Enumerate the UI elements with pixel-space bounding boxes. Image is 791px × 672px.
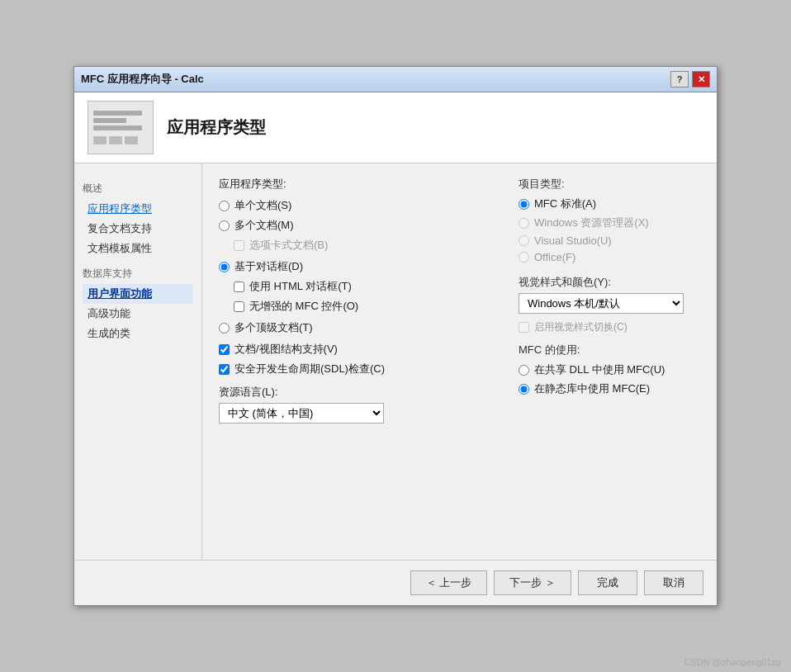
radio-dialog[interactable] bbox=[219, 262, 230, 272]
icon-dot-2 bbox=[109, 136, 122, 144]
chk-sdl[interactable] bbox=[219, 364, 230, 375]
radio-mfc-standard-item: MFC 标准(A) bbox=[519, 196, 700, 211]
icon-line-2 bbox=[93, 118, 126, 123]
resource-lang-label: 资源语言(L): bbox=[219, 385, 494, 400]
project-type-label: 项目类型: bbox=[519, 177, 700, 192]
sidebar-db-label: 数据库支持 bbox=[83, 267, 193, 281]
chk-tabbed-doc-label: 选项卡式文档(B) bbox=[249, 238, 328, 253]
sidebar-item-ui-features[interactable]: 用户界面功能 bbox=[83, 284, 193, 304]
prev-button[interactable]: ＜ 上一步 bbox=[410, 570, 488, 595]
help-button[interactable]: ? bbox=[670, 71, 689, 88]
vis-style-select[interactable]: Windows 本机/默认 bbox=[519, 293, 684, 314]
vis-style-label: 视觉样式和颜色(Y): bbox=[519, 275, 700, 290]
finish-button[interactable]: 完成 bbox=[578, 570, 637, 595]
sidebar: 概述 应用程序类型 复合文档支持 文档模板属性 数据库支持 用户界面功能 高级功… bbox=[74, 163, 202, 560]
app-type-group-label: 应用程序类型: bbox=[219, 177, 494, 192]
chk-doc-view-item: 文档/视图结构支持(V) bbox=[219, 342, 494, 357]
chk-no-mfc-ctrl-label: 无增强的 MFC 控件(O) bbox=[249, 299, 358, 314]
vis-style-row: 视觉样式和颜色(Y): Windows 本机/默认 bbox=[519, 275, 700, 314]
page-title: 应用程序类型 bbox=[167, 116, 266, 139]
chk-doc-view[interactable] bbox=[219, 344, 230, 355]
radio-windows-explorer-item: Windows 资源管理器(X) bbox=[519, 215, 700, 230]
two-column-layout: 应用程序类型: 单个文档(S) 多个文档(M) 选项卡式文档(B) bbox=[219, 177, 700, 424]
radio-multi-top[interactable] bbox=[219, 323, 230, 334]
radio-multi-doc-item: 多个文档(M) bbox=[219, 218, 494, 233]
title-bar: MFC 应用程序向导 - Calc ? ✕ bbox=[74, 67, 717, 92]
mfc-use-group: MFC 的使用: 在共享 DLL 中使用 MFC(U) 在静态库中使用 MFC(… bbox=[519, 343, 700, 396]
right-column: 项目类型: MFC 标准(A) Windows 资源管理器(X) Visual … bbox=[519, 177, 700, 424]
radio-mfc-standard-label: MFC 标准(A) bbox=[534, 196, 596, 211]
sidebar-item-advanced[interactable]: 高级功能 bbox=[83, 304, 193, 324]
sidebar-item-app-type[interactable]: 应用程序类型 bbox=[83, 199, 193, 219]
icon-line-3 bbox=[93, 125, 142, 130]
radio-shared-dll-label: 在共享 DLL 中使用 MFC(U) bbox=[534, 362, 665, 377]
radio-multi-top-item: 多个顶级文档(T) bbox=[219, 320, 494, 335]
chk-sdl-label: 安全开发生命周期(SDL)检查(C) bbox=[234, 362, 385, 376]
radio-static-lib-label: 在静态库中使用 MFC(E) bbox=[534, 381, 650, 396]
radio-office-label: Office(F) bbox=[534, 251, 575, 263]
footer: ＜ 上一步 下一步 ＞ 完成 取消 bbox=[74, 560, 717, 605]
sidebar-item-generated-classes[interactable]: 生成的类 bbox=[83, 324, 193, 343]
header-icon bbox=[88, 101, 154, 154]
header-section: 应用程序类型 bbox=[74, 92, 717, 163]
sidebar-overview-label: 概述 bbox=[83, 182, 193, 196]
chk-html-dialog[interactable] bbox=[234, 282, 244, 292]
main-window: MFC 应用程序向导 - Calc ? ✕ 应用程序类型 概述 应用程序类型 复… bbox=[73, 66, 718, 606]
radio-multi-top-label: 多个顶级文档(T) bbox=[234, 320, 313, 335]
icon-dot-3 bbox=[125, 136, 138, 144]
radio-shared-dll[interactable] bbox=[519, 365, 529, 376]
icon-dot-1 bbox=[93, 136, 107, 144]
radio-mfc-standard[interactable] bbox=[519, 199, 529, 210]
icon-line-1 bbox=[93, 111, 142, 116]
chk-sdl-item: 安全开发生命周期(SDL)检查(C) bbox=[219, 362, 494, 376]
chk-tabbed-doc-item: 选项卡式文档(B) bbox=[234, 238, 494, 253]
resource-lang-select[interactable]: 中文 (简体，中国) bbox=[219, 403, 384, 424]
title-bar-buttons: ? ✕ bbox=[670, 71, 710, 88]
radio-multi-doc-label: 多个文档(M) bbox=[234, 218, 294, 233]
mfc-use-label: MFC 的使用: bbox=[519, 343, 700, 357]
chk-html-dialog-label: 使用 HTML 对话框(T) bbox=[249, 279, 352, 294]
chk-vis-style-switch-item: 启用视觉样式切换(C) bbox=[519, 320, 700, 334]
radio-visual-studio bbox=[519, 235, 529, 246]
radio-static-lib[interactable] bbox=[519, 384, 529, 395]
radio-office bbox=[519, 252, 529, 263]
radio-visual-studio-item: Visual Studio(U) bbox=[519, 234, 700, 247]
watermark: CSDN @zhaopeng01zp bbox=[684, 657, 781, 667]
radio-shared-dll-item: 在共享 DLL 中使用 MFC(U) bbox=[519, 362, 700, 377]
chk-html-dialog-item: 使用 HTML 对话框(T) bbox=[234, 279, 494, 294]
chk-doc-view-label: 文档/视图结构支持(V) bbox=[234, 342, 338, 357]
next-button[interactable]: 下一步 ＞ bbox=[494, 570, 571, 595]
sidebar-item-doc-template[interactable]: 文档模板属性 bbox=[83, 239, 193, 258]
radio-windows-explorer-label: Windows 资源管理器(X) bbox=[534, 215, 649, 230]
radio-dialog-item: 基于对话框(D) bbox=[219, 259, 494, 274]
chk-no-mfc-ctrl-item: 无增强的 MFC 控件(O) bbox=[234, 299, 494, 314]
close-button[interactable]: ✕ bbox=[692, 71, 710, 88]
radio-dialog-label: 基于对话框(D) bbox=[234, 259, 303, 274]
project-type-group: 项目类型: MFC 标准(A) Windows 资源管理器(X) Visual … bbox=[519, 177, 700, 263]
chk-vis-style-switch-label: 启用视觉样式切换(C) bbox=[534, 320, 628, 334]
main-content: 应用程序类型: 单个文档(S) 多个文档(M) 选项卡式文档(B) bbox=[202, 163, 717, 560]
chk-vis-style-switch bbox=[519, 322, 529, 333]
chk-tabbed-doc bbox=[234, 240, 244, 251]
content-area: 概述 应用程序类型 复合文档支持 文档模板属性 数据库支持 用户界面功能 高级功… bbox=[74, 163, 717, 560]
radio-multi-doc[interactable] bbox=[219, 220, 230, 231]
radio-static-lib-item: 在静态库中使用 MFC(E) bbox=[519, 381, 700, 396]
sidebar-item-compound-doc[interactable]: 复合文档支持 bbox=[83, 219, 193, 239]
icon-dots bbox=[93, 136, 148, 144]
radio-single-doc-label: 单个文档(S) bbox=[234, 198, 291, 213]
radio-office-item: Office(F) bbox=[519, 251, 700, 263]
window-title: MFC 应用程序向导 - Calc bbox=[81, 72, 204, 87]
cancel-button[interactable]: 取消 bbox=[644, 570, 703, 595]
radio-single-doc[interactable] bbox=[219, 201, 230, 211]
radio-windows-explorer bbox=[519, 218, 529, 229]
left-column: 应用程序类型: 单个文档(S) 多个文档(M) 选项卡式文档(B) bbox=[219, 177, 494, 424]
resource-lang-row: 资源语言(L): 中文 (简体，中国) bbox=[219, 385, 494, 424]
chk-no-mfc-ctrl[interactable] bbox=[234, 301, 244, 312]
radio-single-doc-item: 单个文档(S) bbox=[219, 198, 494, 213]
radio-visual-studio-label: Visual Studio(U) bbox=[534, 234, 612, 247]
